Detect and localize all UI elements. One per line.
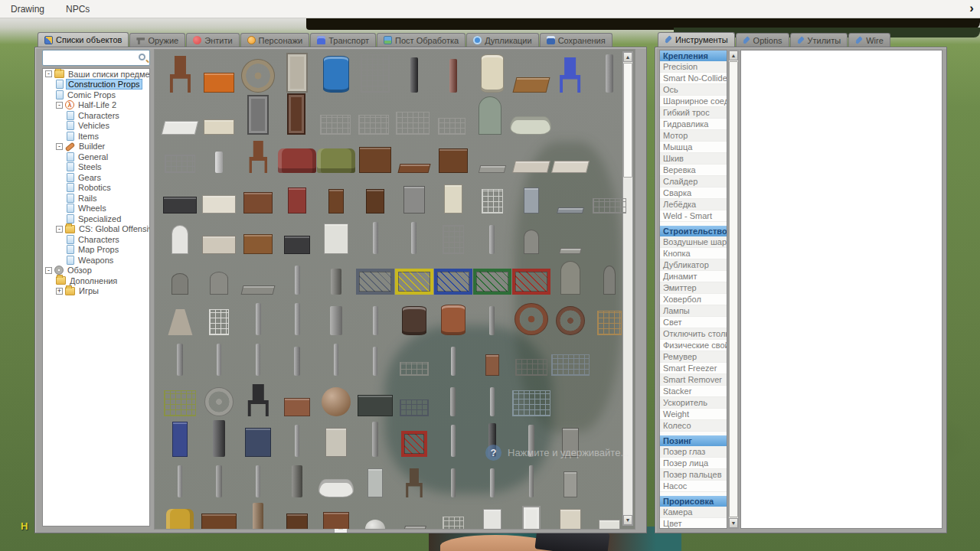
prop-thumbnail[interactable] [551,161,590,173]
prop-thumbnail[interactable] [318,479,354,497]
prop-thumbnail[interactable] [395,269,433,295]
expand-icon[interactable]: + [56,288,63,295]
tool-item[interactable]: Мотор [660,130,727,142]
prop-thumbnail[interactable] [473,269,511,295]
prop-thumbnail[interactable] [450,387,456,416]
prop-thumbnail[interactable] [405,468,423,497]
prop-thumbnail[interactable] [328,189,344,214]
prop-thumbnail[interactable] [324,223,348,254]
prop-thumbnail[interactable] [512,390,550,416]
prop-thumbnail[interactable] [443,517,464,530]
prop-thumbnail[interactable] [397,164,430,173]
tab-gun-1[interactable]: Оружие [129,33,185,47]
tree-item[interactable]: Items [43,131,149,142]
prop-thumbnail[interactable] [603,266,616,295]
prop-thumbnail[interactable] [483,509,501,530]
prop-thumbnail[interactable] [241,285,276,295]
prop-thumbnail[interactable] [164,390,196,416]
prop-thumbnail[interactable] [560,261,580,295]
prop-thumbnail[interactable] [204,73,234,93]
prop-thumbnail[interactable] [564,471,577,497]
prop-thumbnail[interactable] [359,147,391,173]
prop-thumbnail[interactable] [439,148,468,173]
prop-thumbnail[interactable] [489,306,495,335]
prop-thumbnail[interactable] [256,344,260,376]
tool-item[interactable]: Гидравлика [660,119,727,130]
prop-thumbnail[interactable] [215,152,223,173]
prop-thumbnail[interactable] [213,420,225,457]
prop-thumbnail[interactable] [256,465,260,497]
tool-item[interactable]: Камера [660,507,727,518]
prop-thumbnail[interactable] [438,118,466,135]
prop-thumbnail[interactable] [485,354,499,376]
prop-thumbnail[interactable] [177,344,183,376]
prop-thumbnail[interactable] [514,303,548,335]
prop-thumbnail[interactable] [599,520,620,530]
prop-thumbnail[interactable] [372,422,378,457]
tool-item[interactable]: Веревка [660,165,727,176]
prop-thumbnail[interactable] [443,225,464,254]
prop-thumbnail[interactable] [490,468,495,497]
prop-thumbnail[interactable] [253,503,263,530]
prop-thumbnail[interactable] [449,59,457,93]
prop-thumbnail[interactable] [204,387,234,416]
prop-thumbnail[interactable] [295,303,300,335]
prop-thumbnail[interactable] [479,96,501,135]
tree-item[interactable]: +Игры [43,286,149,297]
tree-item[interactable]: Gears [43,172,149,183]
prop-thumbnail[interactable] [490,387,495,416]
tool-item[interactable]: Сварка [660,187,727,199]
tree-item[interactable]: Robotics [43,183,149,194]
search-icon[interactable] [139,54,145,60]
tree-item[interactable]: -Ваши списки предметов [43,69,149,80]
prop-thumbnail[interactable] [241,59,275,93]
prop-thumbnail[interactable] [209,309,229,335]
prop-thumbnail[interactable] [524,187,539,214]
tree-item[interactable]: Дополнения [43,276,149,286]
prop-thumbnail[interactable] [330,306,342,335]
prop-thumbnail[interactable] [163,197,197,214]
tab-grid-0[interactable]: Списки объектов [38,32,129,47]
prop-thumbnail[interactable] [216,465,222,497]
tab-wrench-2[interactable]: Утилиты [790,33,848,47]
prop-thumbnail[interactable] [410,57,418,93]
tool-item[interactable]: Ось [660,84,727,96]
prop-thumbnail[interactable] [295,266,300,295]
tool-item[interactable]: Лебёдка [660,199,727,210]
prop-thumbnail[interactable] [287,93,305,135]
prop-thumbnail[interactable] [373,222,378,254]
prop-thumbnail[interactable] [411,222,416,254]
prop-thumbnail[interactable] [551,354,590,376]
prop-thumbnail[interactable] [401,431,427,457]
prop-thumbnail[interactable] [373,347,377,376]
tree-item[interactable]: General [43,152,149,162]
tool-item[interactable]: Цвет [660,518,727,529]
tool-category-header[interactable]: Крепления [660,51,727,61]
prop-thumbnail[interactable] [288,187,306,214]
tool-item[interactable]: Weld - Smart [660,210,727,222]
prop-thumbnail[interactable] [292,465,302,497]
prop-thumbnail[interactable] [210,272,228,295]
tree-item[interactable]: -λHalf-Life 2 [43,100,149,111]
prop-thumbnail[interactable] [168,56,191,93]
prop-thumbnail[interactable] [248,141,268,173]
tool-item[interactable]: Свет [660,317,727,328]
prop-thumbnail[interactable] [593,198,626,214]
prop-thumbnail[interactable] [515,359,547,376]
tools-scrollbar[interactable]: ▲ ▼ [728,50,739,529]
tool-item[interactable]: Smart Freezer [660,363,727,374]
prop-thumbnail[interactable] [557,207,584,214]
collapse-icon[interactable]: - [56,143,63,150]
prop-thumbnail[interactable] [479,165,506,173]
tree-item[interactable]: Specialized [43,214,149,224]
prop-thumbnail[interactable] [366,189,384,214]
prop-thumbnail[interactable] [317,148,355,173]
tree-item[interactable]: Comic Props [43,90,149,100]
tree-item[interactable]: Rails [43,193,149,204]
collapse-icon[interactable]: - [56,226,63,233]
prop-thumbnail[interactable] [482,189,503,214]
prop-thumbnail[interactable] [373,306,378,335]
prop-thumbnail[interactable] [529,465,534,497]
prop-thumbnail[interactable] [396,112,430,135]
tab-wrench-3[interactable]: Wire [848,33,890,47]
